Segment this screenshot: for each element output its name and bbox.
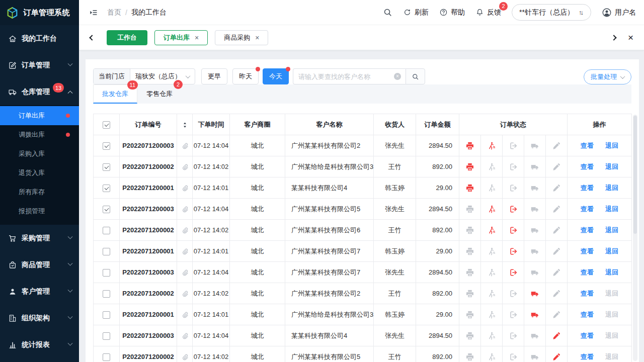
- view-link[interactable]: 查看: [581, 332, 594, 339]
- status-cell: [546, 241, 568, 262]
- view-link[interactable]: 查看: [581, 353, 594, 360]
- return-link[interactable]: 退回: [605, 353, 618, 360]
- sidebar-subitem-所有库存[interactable]: 所有库存: [0, 183, 79, 202]
- row-checkbox[interactable]: [103, 248, 110, 255]
- sidebar-item-我的工作台[interactable]: 我的工作台: [0, 25, 79, 52]
- sidebar-item-订单管理[interactable]: 订单管理: [0, 52, 79, 78]
- clear-input-icon[interactable]: ×: [394, 73, 401, 80]
- sidebar-subitem-订单出库[interactable]: 订单出库: [0, 106, 79, 125]
- view-link[interactable]: 查看: [581, 247, 594, 255]
- sidebar-submenu: 订单出库 调拨出库 采购入库 退货入库 所有库存 报损管理: [0, 105, 79, 225]
- status-cell: [503, 283, 524, 304]
- return-link[interactable]: 退回: [605, 226, 618, 234]
- sidebar-subitem-报损管理[interactable]: 报损管理: [0, 202, 79, 221]
- tab-工作台[interactable]: 工作台: [107, 30, 147, 45]
- breadcrumb-home[interactable]: 首页: [107, 8, 121, 17]
- row-checkbox[interactable]: [103, 206, 110, 213]
- status-cell: [481, 346, 503, 362]
- sidebar-item-商品管理[interactable]: 商品管理: [0, 251, 79, 278]
- app-logo: 订单管理系统: [0, 0, 79, 25]
- sidebar-item-客户管理[interactable]: 客户管理: [0, 278, 79, 305]
- sidebar-subitem-采购入库[interactable]: 采购入库: [0, 144, 79, 163]
- return-link[interactable]: 退回: [605, 332, 618, 339]
- customer-name: 广州某某科技有限公司2: [285, 283, 374, 304]
- select-all-checkbox[interactable]: [103, 121, 110, 129]
- view-link[interactable]: 查看: [581, 311, 594, 318]
- yesterday-button[interactable]: 昨天: [232, 68, 259, 84]
- tabs-scroll-right-icon[interactable]: [611, 35, 616, 40]
- return-link[interactable]: 退回: [605, 268, 618, 276]
- status-cell: [503, 135, 524, 156]
- col-sort[interactable]: [177, 114, 193, 135]
- return-link[interactable]: 退回: [605, 205, 618, 213]
- out-icon: [509, 205, 518, 214]
- view-link[interactable]: 查看: [581, 142, 594, 149]
- topbar: 首页 / 我的工作台 刷新 帮助 反馈 2 **针车行（总店） ↑↓ 用户名: [79, 0, 644, 25]
- tab-订单出库[interactable]: 订单出库 ×: [154, 30, 208, 45]
- row-checkbox[interactable]: [103, 142, 110, 150]
- customer-search-input[interactable]: [293, 68, 406, 84]
- order-time: 07-12 14:04: [193, 199, 230, 220]
- view-link[interactable]: 查看: [581, 184, 594, 192]
- receiver: 王竹: [374, 346, 416, 362]
- return-link[interactable]: 退回: [605, 163, 618, 170]
- status-cell: [503, 262, 524, 283]
- scrollbar-thumb[interactable]: [633, 116, 637, 234]
- row-checkbox[interactable]: [103, 227, 110, 234]
- row-checkbox[interactable]: [103, 269, 110, 277]
- row-checkbox[interactable]: [103, 290, 110, 298]
- sidebar-subitem-调拨出库[interactable]: 调拨出库: [0, 125, 79, 144]
- row-checkbox[interactable]: [103, 185, 110, 192]
- tabs-scroll-left-icon[interactable]: [89, 35, 95, 40]
- view-link[interactable]: 查看: [581, 226, 594, 234]
- search-button[interactable]: [406, 68, 425, 84]
- row-checkbox[interactable]: [103, 332, 110, 340]
- global-search-button[interactable]: [383, 8, 392, 17]
- help-button[interactable]: 帮助: [439, 8, 465, 17]
- receiver: 韩玉婷: [374, 241, 416, 262]
- lorry-icon: [530, 226, 539, 235]
- return-link[interactable]: 退回: [605, 290, 618, 297]
- vertical-scrollbar[interactable]: [633, 115, 637, 361]
- refresh-button[interactable]: 刷新: [403, 8, 429, 17]
- store-switcher[interactable]: **针车行（总店） ↑↓: [512, 4, 591, 21]
- row-checkbox[interactable]: [103, 311, 110, 319]
- row-checkbox[interactable]: [103, 163, 110, 171]
- sidebar-item-统计报表[interactable]: 统计报表: [0, 331, 79, 358]
- store-select[interactable]: 瑞狄安（总店）: [130, 69, 195, 84]
- row-actions: 查看 退回: [568, 304, 632, 325]
- view-link[interactable]: 查看: [581, 268, 594, 276]
- close-tab-icon[interactable]: ×: [195, 34, 199, 42]
- return-link[interactable]: 退回: [605, 247, 618, 255]
- lorry-icon: [530, 268, 539, 277]
- close-all-tabs-icon[interactable]: ×: [628, 33, 633, 42]
- sidebar-subitem-退货入库[interactable]: 退货入库: [0, 163, 79, 183]
- warehouse-tab-批发仓库[interactable]: 批发仓库 11: [93, 84, 137, 104]
- out-icon: [509, 268, 518, 277]
- earlier-button[interactable]: 更早: [201, 68, 227, 84]
- return-link[interactable]: 退回: [605, 311, 618, 318]
- view-link[interactable]: 查看: [581, 290, 594, 297]
- user-menu[interactable]: 用户名: [602, 8, 636, 18]
- customer-district: 城北: [230, 135, 285, 156]
- sidebar-collapse-button[interactable]: [89, 8, 99, 18]
- table-row: P2022071200002 07-12 14:02 城北 广州某某科技有限公司…: [94, 220, 632, 241]
- today-button[interactable]: 今天: [263, 68, 289, 84]
- batch-actions-dropdown[interactable]: 批量处理: [584, 69, 631, 84]
- sidebar-item-仓库管理[interactable]: 仓库管理13: [0, 78, 79, 105]
- warehouse-tab-零售仓库[interactable]: 零售仓库 2: [137, 84, 182, 104]
- feedback-button[interactable]: 反馈 2: [475, 8, 501, 17]
- out-icon: [509, 352, 518, 361]
- view-link[interactable]: 查看: [581, 163, 594, 170]
- view-link[interactable]: 查看: [581, 205, 594, 213]
- row-checkbox[interactable]: [103, 353, 110, 361]
- return-link[interactable]: 退回: [605, 142, 618, 149]
- return-link[interactable]: 退回: [605, 184, 618, 192]
- chart-icon: [8, 340, 17, 349]
- sidebar-item-采购管理[interactable]: 采购管理: [0, 225, 79, 251]
- close-tab-icon[interactable]: ×: [255, 34, 259, 42]
- open-tabs: 工作台 订单出库 × 商品采购 ×: [107, 30, 612, 45]
- avatar-icon: [602, 8, 612, 18]
- sidebar-item-组织架构[interactable]: 组织架构: [0, 305, 79, 331]
- tab-商品采购[interactable]: 商品采购 ×: [215, 30, 268, 45]
